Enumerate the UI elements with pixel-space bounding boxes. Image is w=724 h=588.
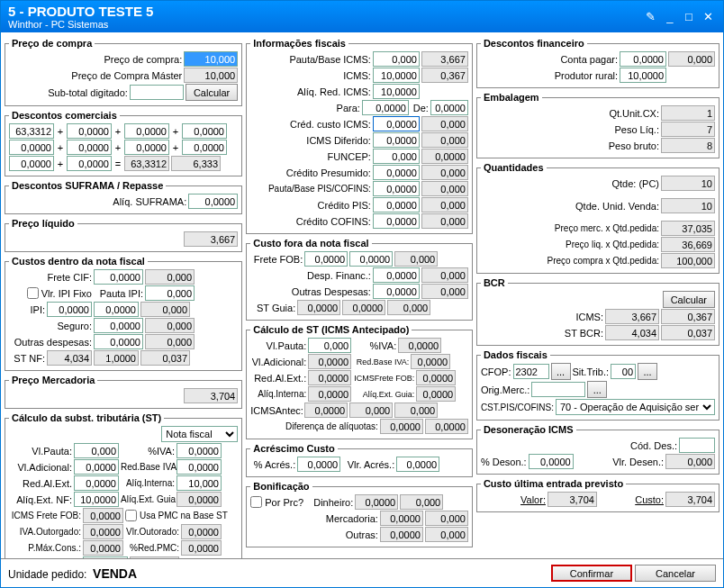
custo-ultima-group: Custo última entrada previsto Valor:Cust… [476, 478, 719, 512]
desc-financeiro-group: Descontos financeiro Conta pagar: Produt… [476, 38, 719, 88]
edit-icon[interactable]: ✎ [643, 10, 659, 23]
acrescimo-group: Acréscimo Custo % Acrés.:Vlr. Acrés.: [246, 443, 473, 477]
custo-fora-group: Custo fora da nota fiscal Frete FOB: Des… [246, 238, 473, 321]
sittrib-lookup-button[interactable]: ... [638, 363, 657, 380]
porprc-check[interactable] [250, 496, 262, 508]
custos-nf-group: Custos dentro da nota fiscal Frete CIF: … [5, 256, 242, 371]
quantidades-group: Quantidades Qtde: (PC) Qtde. Unid. Venda… [476, 162, 719, 274]
subtotal-input[interactable] [130, 85, 184, 100]
footer: Unidade pedido: VENDA Confirmar Cancelar [1, 558, 723, 587]
embalagem-group: Embalagem Qt.Unit.CX: Peso Líq.: Peso br… [476, 92, 719, 158]
confirmar-button[interactable]: Confirmar [551, 565, 632, 582]
cancelar-button[interactable]: Cancelar [635, 565, 716, 582]
descontos-comerciais-group: Descontos comerciais +++ +++ += [5, 110, 242, 176]
preco-liquido-group: Preço líquido [5, 218, 242, 252]
calcular-button[interactable]: Calcular [186, 84, 238, 101]
suframa-group: Descontos SUFRAMA / Repasse Alíq. SUFRAM… [5, 180, 242, 214]
origmerc-lookup-button[interactable]: ... [587, 381, 607, 398]
maximize-icon[interactable]: □ [681, 10, 697, 23]
preco-mercadoria-group: Preço Mercadoria [5, 375, 242, 409]
preco-master-input [184, 68, 238, 83]
window-subtitle: Winthor - PC Sistemas [8, 19, 153, 30]
main-window: 5 - PRODUTO TESTE 5 Winthor - PC Sistema… [0, 0, 724, 588]
desoneracao-group: Desoneração ICMS Cód. Des.: % Deson.:Vlr… [476, 424, 719, 475]
preco-compra-input[interactable] [184, 51, 238, 67]
minimize-icon[interactable]: _ [662, 10, 678, 23]
pmc-check[interactable] [125, 510, 137, 521]
bcr-group: BCR Calcular ICMS: ST BCR: [476, 277, 719, 346]
calc-antecipado-group: Cálculo de ST (ICMS Antecipado) Vl.Pauta… [246, 324, 473, 439]
window-title: 5 - PRODUTO TESTE 5 [8, 4, 153, 19]
bcr-calc-button[interactable]: Calcular [663, 291, 715, 308]
unidade-value: VENDA [93, 566, 137, 581]
dados-fiscais-group: Dados fiscais CFOP:...Sit.Trib.:... Orig… [476, 349, 719, 421]
close-icon[interactable]: ✕ [700, 10, 716, 23]
titlebar: 5 - PRODUTO TESTE 5 Winthor - PC Sistema… [1, 1, 723, 32]
cst-combo[interactable]: 70 - Operação de Aquisição ser [556, 399, 715, 415]
st-combo[interactable]: Nota fiscal [161, 426, 238, 442]
ipi-fixo-check[interactable] [27, 287, 39, 299]
cfop-lookup-button[interactable]: ... [551, 363, 571, 380]
bonificacao-group: Bonificação Por Prc?Dinheiro: Mercadoria… [246, 481, 473, 547]
info-fiscais-group: Informações fiscais Pauta/Base ICMS: ICM… [246, 38, 473, 234]
calc-st-group: Cálculo da subst. tributária (ST) Nota f… [5, 412, 242, 558]
preco-compra-group: Preço de compra Preço de compra: Preço d… [5, 38, 242, 106]
